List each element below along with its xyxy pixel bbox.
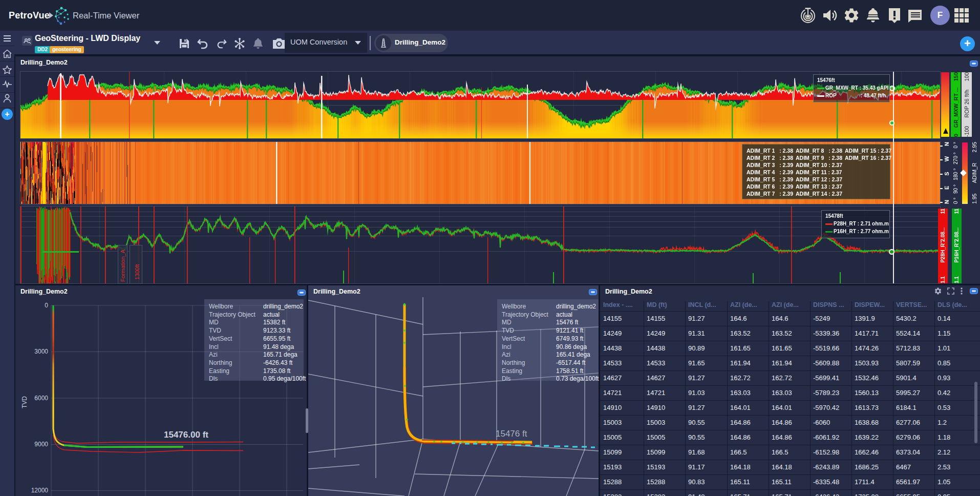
svg-text:0: 0 <box>45 302 48 309</box>
svg-text:3000: 3000 <box>34 348 48 355</box>
svg-text:9000: 9000 <box>34 441 48 448</box>
svg-text:6000: 6000 <box>34 395 48 402</box>
svg-text:15476.00 ft: 15476.00 ft <box>164 430 208 440</box>
svg-text:15476 ft: 15476 ft <box>496 429 527 439</box>
svg-text:TVD: TVD <box>21 396 28 408</box>
svg-text:12000: 12000 <box>31 487 49 494</box>
